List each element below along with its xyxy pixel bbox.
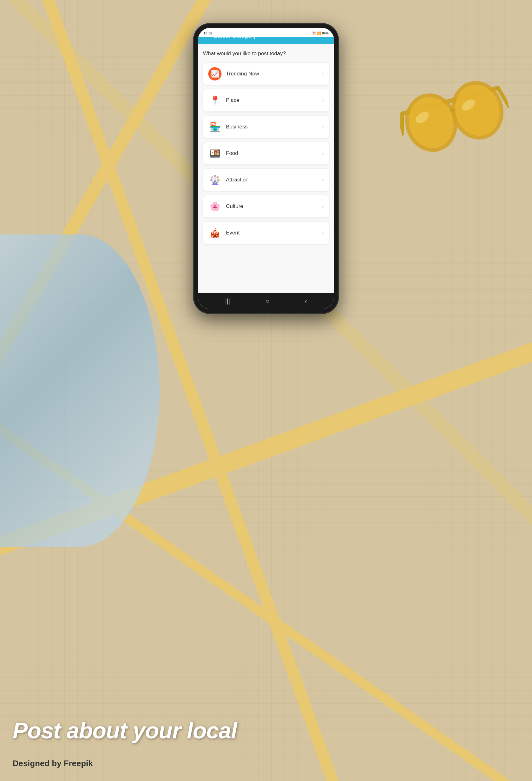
business-icon: 🏪 — [208, 120, 221, 133]
signal-icon: 📶 — [317, 32, 321, 35]
food-chevron: › — [322, 151, 324, 156]
status-bar: 13:32 ⏰ 📶 86% — [198, 28, 334, 37]
category-item-trending[interactable]: 📈Trending Now› — [203, 63, 329, 85]
alarm-icon: ⏰ — [312, 32, 316, 35]
category-item-business[interactable]: 🏪Business› — [203, 116, 329, 138]
back-nav-button[interactable]: ‹ — [305, 297, 307, 305]
food-icon: 🍱 — [208, 147, 221, 160]
place-label: Place — [226, 97, 322, 104]
home-button[interactable]: ○ — [265, 297, 269, 305]
category-item-attraction[interactable]: 🎡Attraction› — [203, 168, 329, 191]
event-label: Event — [226, 230, 322, 236]
phone-mockup: 13:32 ⏰ 📶 86% ← Select Category What wou… — [194, 23, 338, 314]
promo-text: Post about your local — [13, 718, 237, 743]
category-item-culture[interactable]: 🌸Culture› — [203, 195, 329, 218]
battery-icon: 86% — [322, 32, 328, 35]
status-time: 13:32 — [204, 31, 212, 35]
page-question: What would you like to post today? — [203, 50, 329, 57]
business-chevron: › — [322, 124, 324, 129]
category-item-event[interactable]: 🎪Event› — [203, 221, 329, 244]
business-label: Business — [226, 124, 322, 130]
attraction-icon: 🎡 — [208, 173, 221, 187]
trending-chevron: › — [322, 71, 324, 76]
culture-chevron: › — [322, 204, 324, 209]
sunglasses-decoration — [406, 63, 516, 220]
status-icons: ⏰ 📶 86% — [312, 32, 328, 35]
app-content: What would you like to post today? 📈Tren… — [198, 44, 334, 300]
trending-icon: 📈 — [208, 67, 221, 80]
event-chevron: › — [322, 230, 324, 235]
phone-screen: 13:32 ⏰ 📶 86% ← Select Category What wou… — [198, 28, 334, 309]
category-item-place[interactable]: 📍Place› — [203, 89, 329, 112]
trending-label: Trending Now — [226, 71, 322, 77]
category-item-food[interactable]: 🍱Food› — [203, 142, 329, 165]
category-list: 📈Trending Now›📍Place›🏪Business›🍱Food›🎡At… — [203, 63, 329, 244]
attraction-chevron: › — [322, 177, 324, 182]
phone-navigation-bar: ||| ○ ‹ — [198, 293, 334, 309]
attraction-label: Attraction — [226, 177, 322, 183]
event-icon: 🎪 — [208, 226, 221, 240]
phone-outer-frame: 13:32 ⏰ 📶 86% ← Select Category What wou… — [194, 23, 338, 314]
culture-icon: 🌸 — [208, 200, 221, 213]
recents-button[interactable]: ||| — [225, 297, 230, 305]
food-label: Food — [226, 150, 322, 157]
attribution: Designed by Freepik — [13, 758, 93, 768]
place-icon: 📍 — [208, 94, 221, 107]
culture-label: Culture — [226, 203, 322, 209]
place-chevron: › — [322, 98, 324, 103]
